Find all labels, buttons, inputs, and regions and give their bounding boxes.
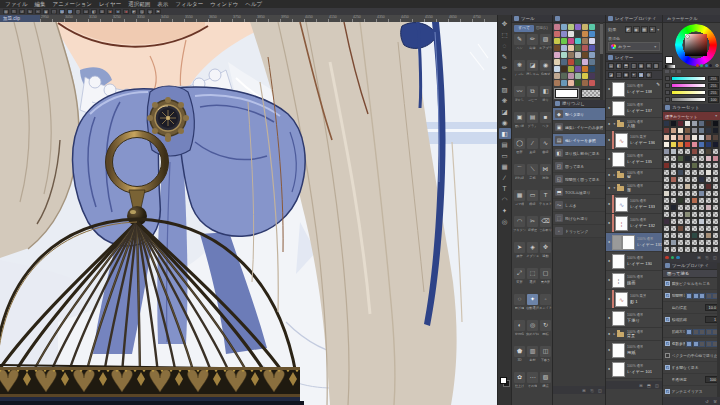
- brush-thumbnail[interactable]: [575, 73, 581, 79]
- subtool-item[interactable]: ▣編集レイヤーのみ参照: [553, 121, 605, 134]
- swatch-cell[interactable]: [698, 197, 705, 204]
- brush-thumbnail[interactable]: [568, 66, 574, 72]
- swatch-cell[interactable]: [684, 204, 691, 211]
- brush-thumbnail[interactable]: [568, 80, 574, 86]
- tool-property-row[interactable]: ✓隙間閉じ: [663, 290, 720, 302]
- swatch-cell[interactable]: [712, 176, 719, 183]
- command-icon[interactable]: ▣: [43, 9, 49, 14]
- airbrush-tool-icon[interactable]: ▨: [499, 84, 511, 95]
- swatch-cell[interactable]: [705, 239, 712, 246]
- command-icon[interactable]: ■: [115, 9, 121, 14]
- swatch-cell[interactable]: [691, 204, 698, 211]
- swatch-cell[interactable]: [705, 183, 712, 190]
- segment-button[interactable]: [693, 329, 699, 335]
- brush-thumbnail[interactable]: [582, 59, 588, 65]
- property-checkbox[interactable]: ✓: [665, 365, 670, 370]
- layer-thumbnail[interactable]: ∿: [615, 133, 628, 148]
- tool-tile[interactable]: ⌫ごみ取り: [539, 216, 552, 241]
- swatch-cell[interactable]: [691, 183, 698, 190]
- swatch-cell[interactable]: [698, 176, 705, 183]
- effect-button[interactable]: ◉: [633, 26, 640, 33]
- swatch-cell[interactable]: [677, 225, 684, 232]
- segment-button[interactable]: [706, 341, 712, 347]
- delete-swatch-icon[interactable]: ◫: [712, 255, 718, 260]
- tool-property-row[interactable]: ✓すき間なく塗る: [663, 362, 720, 374]
- tool-tile[interactable]: ⋈対称: [539, 164, 552, 189]
- tool-tile[interactable]: ◪消しゴム: [526, 60, 539, 85]
- layer-row[interactable]: ●100% 通常レイヤー 135: [606, 150, 662, 169]
- swatch-cell[interactable]: [698, 155, 705, 162]
- brush-thumbnail[interactable]: [575, 80, 581, 86]
- swatch-cell[interactable]: [698, 127, 705, 134]
- command-icon[interactable]: ⊞: [99, 9, 105, 14]
- command-icon[interactable]: ↺: [19, 9, 25, 14]
- swatch-cell[interactable]: [705, 225, 712, 232]
- swatch-cell[interactable]: [677, 127, 684, 134]
- swatch-cell[interactable]: [698, 239, 705, 246]
- blend-tool-icon[interactable]: ◉: [499, 117, 511, 128]
- swatch-cell[interactable]: [684, 176, 691, 183]
- layer-row[interactable]: ●∿100% 乗算影 1: [606, 290, 662, 309]
- brush-thumbnail[interactable]: [568, 31, 574, 37]
- swatch-cell[interactable]: [684, 148, 691, 155]
- swatch-cell[interactable]: [677, 211, 684, 218]
- layers-toolbar-icon[interactable]: ◫: [631, 63, 637, 69]
- swatch-cell[interactable]: [663, 169, 670, 176]
- swatch-cell[interactable]: [691, 211, 698, 218]
- layers-toolbar-icon[interactable]: ◧: [616, 63, 622, 69]
- swatch-cell[interactable]: [663, 246, 670, 253]
- swatch-cell[interactable]: [663, 232, 670, 239]
- brush-thumbnail[interactable]: [561, 45, 567, 51]
- layer-row[interactable]: ●100% 通常レイヤー 131: [606, 233, 662, 252]
- add-swatch-icon[interactable]: ⊞: [696, 255, 702, 260]
- swatch-cell[interactable]: [691, 169, 698, 176]
- frame-tool-icon[interactable]: ▦: [499, 161, 511, 172]
- swatch-cell[interactable]: [698, 211, 705, 218]
- layer-row[interactable]: ●100% 通常レイヤー 130: [606, 252, 662, 271]
- swatch-cell[interactable]: [663, 176, 670, 183]
- layer-thumbnail[interactable]: [612, 101, 625, 116]
- command-icon[interactable]: ◩: [131, 9, 137, 14]
- layers-toolbar-icon[interactable]: ⊞: [646, 63, 652, 69]
- menu-item[interactable]: 表示: [157, 0, 168, 8]
- layers-toolbar-icon[interactable]: ✦: [631, 72, 637, 78]
- menu-item[interactable]: レイヤー: [99, 0, 121, 8]
- swatch-cell[interactable]: [705, 218, 712, 225]
- tool-tile[interactable]: Tテキスト: [539, 190, 552, 215]
- eraser-tool-icon[interactable]: ◪: [499, 106, 511, 117]
- add-subtool-icon[interactable]: ⊞: [581, 388, 587, 393]
- zoom-tool-icon[interactable]: ◎: [499, 216, 511, 227]
- brush-thumbnail[interactable]: [554, 31, 560, 37]
- tool-property-row[interactable]: ベクターの中心線で塗り止まる: [663, 350, 720, 362]
- segment-button[interactable]: [686, 329, 692, 335]
- swatch-cell[interactable]: [663, 127, 670, 134]
- swatch-cell[interactable]: [712, 169, 719, 176]
- swatch-cell[interactable]: [670, 183, 677, 190]
- swatch-cell[interactable]: [677, 183, 684, 190]
- swatch-cell[interactable]: [691, 134, 698, 141]
- ruler-tool-icon[interactable]: ∕: [499, 172, 511, 183]
- tool-tile[interactable]: ✎ペン: [513, 34, 526, 59]
- swatch-cell[interactable]: [705, 176, 712, 183]
- swatch-cell[interactable]: [677, 155, 684, 162]
- swatch-cell[interactable]: [684, 232, 691, 239]
- swatch-cell[interactable]: [670, 155, 677, 162]
- subtool-item[interactable]: ◱隙間無く囲って塗る: [553, 173, 605, 186]
- swatch-cell[interactable]: [705, 169, 712, 176]
- swatch-cell[interactable]: [705, 134, 712, 141]
- quick-color-dot[interactable]: [705, 64, 708, 67]
- swatch-cell[interactable]: [705, 197, 712, 204]
- subtool-item[interactable]: ⬚投げなわ塗り: [553, 212, 605, 225]
- swatch-cell[interactable]: [684, 190, 691, 197]
- layer-thumbnail[interactable]: ∿: [615, 292, 628, 307]
- swatch-cell[interactable]: [670, 211, 677, 218]
- color-set-tab[interactable]: カラーセット: [663, 104, 720, 112]
- layer-thumbnail[interactable]: ∿: [615, 197, 628, 212]
- swatch-cell[interactable]: [698, 183, 705, 190]
- brush-tool-icon[interactable]: ⌁: [499, 73, 511, 84]
- tool-tile[interactable]: ✏鉛筆: [526, 34, 539, 59]
- color-slider-bar[interactable]: [671, 97, 706, 102]
- segment-button[interactable]: [706, 329, 712, 335]
- delete-layer-icon[interactable]: ◫: [654, 383, 660, 388]
- layers-toolbar-icon[interactable]: ▦: [638, 63, 644, 69]
